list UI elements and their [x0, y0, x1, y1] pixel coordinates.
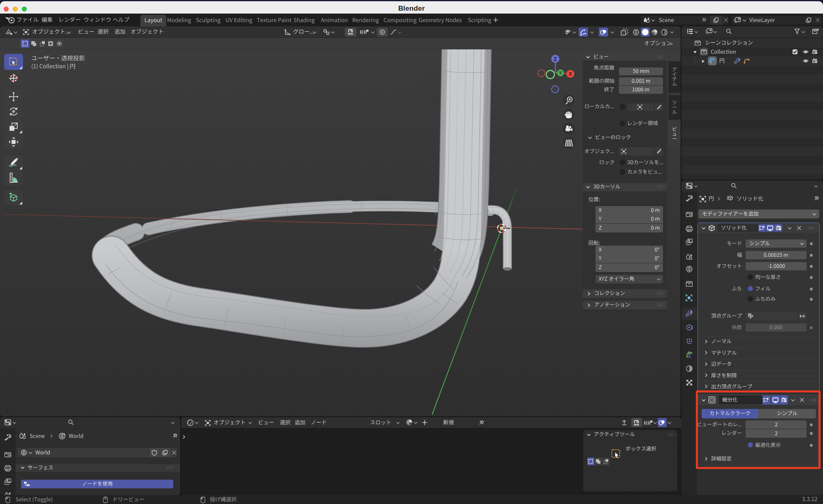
svg-text:X: X — [569, 71, 572, 77]
svg-text:Y: Y — [559, 70, 562, 75]
svg-text:Z: Z — [554, 56, 557, 62]
